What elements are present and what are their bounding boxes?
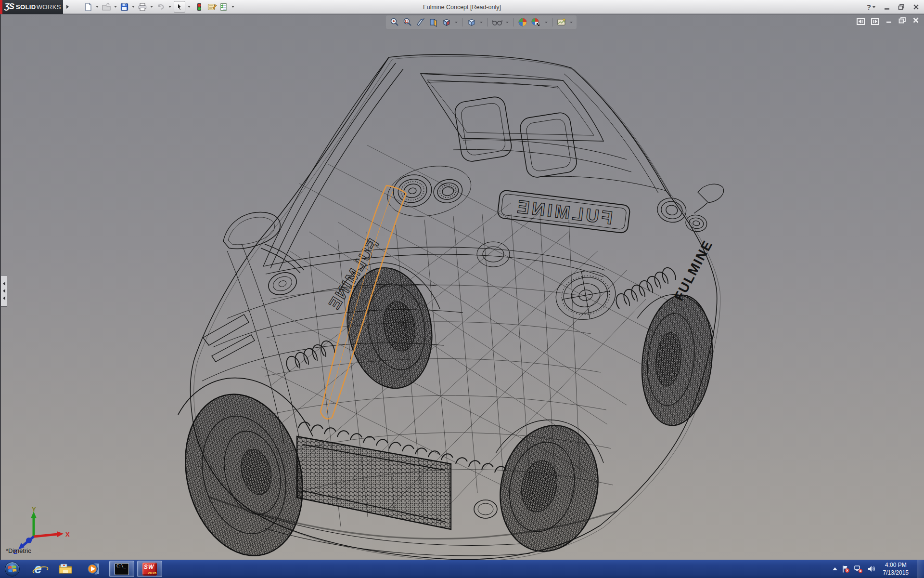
side-badge: FULMINE <box>671 237 715 303</box>
select-cursor-icon <box>175 2 184 12</box>
motor-assembly <box>552 266 619 324</box>
section-view-button[interactable] <box>428 16 439 28</box>
start-button[interactable] <box>1 561 23 577</box>
zoom-to-area-button[interactable] <box>402 16 413 28</box>
taskbar-clock[interactable]: 4:00 PM 7/13/2015 <box>883 561 909 577</box>
display-style-icon <box>466 17 477 27</box>
document-close-button[interactable] <box>912 17 919 26</box>
graphics-viewport[interactable]: FULMINE FULMINE FULMINE <box>0 14 924 560</box>
design-checker-caret-icon[interactable] <box>231 6 234 8</box>
view-settings-caret-icon[interactable] <box>570 22 573 23</box>
apply-scene-caret-icon[interactable] <box>545 22 548 23</box>
zoom-to-fit-button[interactable] <box>389 16 400 28</box>
previous-view-button[interactable] <box>415 16 426 28</box>
undo-caret-icon[interactable] <box>168 6 171 8</box>
taskbar-item-media-player[interactable] <box>81 561 106 577</box>
windows-flag-icon <box>8 565 17 573</box>
previous-pane-button[interactable] <box>857 18 865 25</box>
hide-show-items-button[interactable] <box>491 16 503 28</box>
action-center-tray-icon[interactable] <box>842 565 850 573</box>
show-hidden-icons-button[interactable] <box>833 567 837 570</box>
feature-manager-collapsed-tab[interactable] <box>1 275 7 307</box>
taskbar-item-command-prompt[interactable]: C:\_ <box>109 561 134 577</box>
save-button[interactable] <box>119 1 129 13</box>
flag-alert-icon <box>842 565 850 573</box>
solidworks-logo-glyph: ƷS <box>4 2 14 12</box>
view-orientation-button[interactable] <box>441 16 452 28</box>
print-icon <box>138 2 147 12</box>
expand-left-arrow-icon <box>3 296 5 300</box>
open-document-icon <box>102 2 111 12</box>
solidworks-application-window: ƷS SOLID WORKS <box>0 0 924 578</box>
display-style-button[interactable] <box>466 16 477 28</box>
document-restore-button[interactable] <box>898 17 906 26</box>
lamp-cluster-right <box>654 196 710 233</box>
display-style-caret-icon[interactable] <box>480 22 483 23</box>
new-document-caret-icon[interactable] <box>96 6 99 8</box>
edit-appearance-icon <box>517 17 528 27</box>
minimize-button[interactable] <box>883 2 891 12</box>
minimize-icon <box>884 4 890 10</box>
help-button[interactable]: ? <box>867 3 877 11</box>
zoom-to-fit-icon <box>389 17 400 27</box>
open-document-button[interactable] <box>101 1 112 13</box>
undo-icon <box>156 2 166 12</box>
solidworks-logo-text-bold: SOLID <box>16 3 36 11</box>
apply-scene-button[interactable] <box>530 16 542 28</box>
headlight-slash <box>203 315 255 362</box>
document-minimize-icon <box>886 17 892 24</box>
select-tool-button[interactable] <box>174 1 185 13</box>
hide-show-caret-icon[interactable] <box>506 22 509 23</box>
print-button[interactable] <box>137 1 148 13</box>
close-button[interactable] <box>911 2 920 12</box>
help-icon: ? <box>867 3 871 11</box>
next-pane-button[interactable] <box>871 18 879 25</box>
steering-assembly <box>477 242 510 267</box>
close-icon <box>913 4 919 10</box>
hide-show-items-icon <box>491 17 503 27</box>
new-document-button[interactable] <box>83 1 93 13</box>
edit-appearance-button[interactable] <box>517 16 528 28</box>
view-orientation-icon <box>441 17 452 27</box>
document-restore-icon <box>898 17 906 24</box>
previous-pane-icon <box>858 19 863 24</box>
design-checker-button[interactable] <box>218 1 229 13</box>
view-orientation-caret-icon[interactable] <box>455 22 458 23</box>
solidworks-logo-text-light: WORKS <box>37 3 61 11</box>
network-tray-icon[interactable] <box>854 565 863 573</box>
up-arrow-icon <box>833 567 837 570</box>
system-tray: 4:00 PM 7/13/2015 <box>833 560 924 578</box>
taskbar-item-solidworks-2015[interactable]: SW 2015 <box>137 561 162 577</box>
front-grille-mesh <box>297 436 451 529</box>
next-pane-icon <box>873 19 878 24</box>
car-wireframe-model[interactable]: FULMINE FULMINE FULMINE <box>1 14 924 560</box>
toolbar-separator <box>552 18 552 26</box>
solidworks-logo: ƷS SOLID WORKS <box>2 0 63 14</box>
file-explorer-icon <box>58 563 74 575</box>
wheel-front-right <box>489 416 610 560</box>
taskbar-item-internet-explorer[interactable]: e <box>26 561 51 577</box>
taskbar-item-file-explorer[interactable] <box>53 561 78 577</box>
restore-button[interactable] <box>897 2 906 12</box>
show-desktop-button[interactable] <box>917 560 924 578</box>
side-badge-text: FULMINE <box>671 237 715 303</box>
document-minimize-button[interactable] <box>886 17 892 26</box>
design-journal-button[interactable] <box>206 1 218 13</box>
windows-start-orb-icon <box>5 562 20 577</box>
windows-taskbar: e C: <box>0 560 924 578</box>
save-caret-icon[interactable] <box>132 6 135 8</box>
volume-tray-icon[interactable] <box>867 565 876 573</box>
view-settings-button[interactable] <box>556 16 567 28</box>
print-caret-icon[interactable] <box>150 6 153 8</box>
open-document-caret-icon[interactable] <box>114 6 117 8</box>
menu-flyout-button[interactable] <box>64 1 71 12</box>
select-tool-caret-icon[interactable] <box>188 6 191 8</box>
undo-button[interactable] <box>155 1 166 13</box>
restore-icon <box>898 4 905 10</box>
document-window-controls <box>857 17 919 26</box>
flyout-arrow-icon <box>66 5 69 9</box>
wheel-rear-right <box>636 291 719 429</box>
triad-x-label: X <box>65 531 70 538</box>
traffic-light-icon <box>196 2 202 12</box>
traffic-light-button[interactable] <box>196 1 203 13</box>
